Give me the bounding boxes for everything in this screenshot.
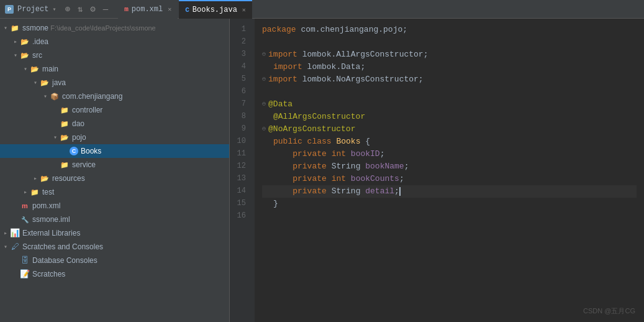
fold-9[interactable]: ⊖	[262, 124, 266, 134]
main-label: main	[42, 65, 58, 73]
tree-item-controller[interactable]: 📁 controller	[0, 103, 229, 117]
tree-item-java[interactable]: 📂 java	[0, 76, 229, 90]
project-dropdown-icon[interactable]: ▾	[52, 6, 56, 13]
code-editor[interactable]: 1 2 3 4 5 6 7 8 9 10 11 12 13 14 15 16 p…	[230, 19, 644, 322]
pojo-icon: 📂	[60, 132, 70, 142]
iml-label: ssmone.iml	[32, 215, 70, 224]
ln-12: 12	[230, 160, 250, 173]
db-consoles-label: Database Consoles	[32, 256, 98, 265]
nav-icon-1: ⊕	[65, 4, 70, 14]
annotation-allargs: @AllArgsConstructor	[273, 111, 365, 124]
ln-10: 10	[230, 136, 250, 148]
extlib-icon: 📊	[10, 228, 20, 238]
arrow-java	[31, 79, 40, 86]
field-bookcounts: bookCounts	[351, 173, 399, 186]
main-folder-icon: 📂	[30, 64, 40, 74]
ln-7: 7	[230, 98, 250, 111]
code-line-13: private int bookCounts;	[262, 173, 637, 185]
code-line-11: private int bookID;	[262, 148, 637, 160]
kw-private-2: private	[293, 160, 331, 173]
java-label: java	[52, 78, 66, 87]
nav-icon-2: ⇅	[78, 4, 83, 14]
type-string-2: String	[332, 185, 366, 198]
tab-books-close[interactable]: ✕	[242, 6, 246, 14]
kw-private-4: private	[293, 185, 331, 198]
test-label: test	[42, 188, 54, 196]
books-class-icon: C	[70, 147, 78, 155]
import-1: lombok.AllArgsConstructor;	[302, 48, 429, 62]
arrow-test	[21, 188, 30, 196]
arrow-resources	[31, 175, 40, 182]
brace-open: {	[365, 136, 370, 149]
kw-public: public	[273, 136, 307, 149]
pkg-name: com.chenjiangang.pojo;	[301, 24, 407, 37]
ln-14: 14	[230, 185, 250, 198]
ln-9: 9	[230, 123, 250, 136]
field-bookid: bookID	[351, 148, 380, 161]
arrow-idea	[11, 38, 20, 45]
controller-icon: 📁	[60, 105, 70, 115]
fold-3[interactable]: ⊖	[262, 50, 266, 60]
kw-private-3: private	[293, 173, 331, 186]
tab-books-label: Books.java	[193, 6, 237, 14]
tree-item-pom[interactable]: m pom.xml	[0, 199, 229, 213]
line-numbers: 1 2 3 4 5 6 7 8 9 10 11 12 13 14 15 16	[230, 19, 255, 322]
com-package-icon: 📦	[50, 91, 60, 101]
tree-item-db-consoles[interactable]: 🗄 Database Consoles	[0, 254, 229, 267]
indent-11	[273, 148, 293, 161]
pom-file-icon: m	[20, 201, 30, 211]
tab-books[interactable]: C Books.java ✕	[179, 0, 252, 19]
java-folder-icon: 📂	[40, 78, 50, 88]
indent-13	[273, 173, 293, 186]
code-line-14: private String detail;	[262, 185, 637, 198]
arrow-ssmone	[1, 24, 10, 32]
arrow-extlib	[1, 229, 10, 237]
tree-item-com[interactable]: 📦 com.chenjiangang	[0, 90, 229, 103]
books-label: Books	[81, 147, 101, 155]
code-content[interactable]: package com.chenjiangang.pojo; ⊖ import …	[255, 19, 644, 322]
kw-import-1: import	[268, 48, 302, 62]
dao-label: dao	[72, 119, 84, 128]
tree-item-pojo[interactable]: 📂 pojo	[0, 131, 229, 144]
ln-11: 11	[230, 148, 250, 160]
tree-item-ssmone[interactable]: 📁 ssmone F:\idea_code\IdeaProjects\ssmon…	[0, 21, 229, 35]
kw-import-3: import	[268, 73, 302, 86]
tree-item-extlib[interactable]: 📊 External Libraries	[0, 226, 229, 240]
ln-1: 1	[230, 24, 250, 36]
tree-item-idea[interactable]: 📂 .idea	[0, 35, 229, 48]
tree-item-test[interactable]: 📁 test	[0, 185, 229, 199]
scratches-icon: 📝	[20, 269, 30, 279]
ln-6: 6	[230, 86, 250, 98]
tree-item-iml[interactable]: 🔧 ssmone.iml	[0, 213, 229, 226]
controller-label: controller	[72, 106, 102, 114]
service-label: service	[72, 160, 96, 169]
ln-8: 8	[230, 111, 250, 123]
code-line-4: import lombok.Data;	[262, 61, 637, 73]
tree-item-resources[interactable]: 📂 resources	[0, 172, 229, 185]
tab-pom[interactable]: m pom.xml ✕	[118, 0, 178, 19]
db-consoles-icon: 🗄	[20, 255, 30, 265]
tab-pom-close[interactable]: ✕	[168, 6, 171, 13]
tree-item-main[interactable]: 📂 main	[0, 62, 229, 76]
tree-item-scratches-consoles[interactable]: 🖊 Scratches and Consoles	[0, 240, 229, 254]
main-area: 📁 ssmone F:\idea_code\IdeaProjects\ssmon…	[0, 19, 644, 322]
tree-item-src[interactable]: 📂 src	[0, 48, 229, 62]
annotation-data: @Data	[268, 98, 293, 111]
class-books: Books	[336, 136, 365, 149]
tree-item-dao[interactable]: 📁 dao	[0, 117, 229, 131]
fold-5[interactable]: ⊖	[262, 75, 266, 85]
type-int-2: int	[332, 173, 351, 186]
kw-class: class	[307, 136, 337, 149]
tree-item-scratches[interactable]: 📝 Scratches	[0, 267, 229, 281]
ln-2: 2	[230, 36, 250, 48]
tree-item-service[interactable]: 📁 service	[0, 158, 229, 172]
resources-label: resources	[52, 174, 85, 183]
code-line-9: ⊖ @NoArgsConstructor	[262, 123, 637, 136]
fold-7[interactable]: ⊖	[262, 99, 266, 109]
books-icon: C	[185, 6, 189, 14]
project-label: P Project ▾ ⊕ ⇅ ⚙ —	[5, 4, 108, 14]
arrow-src	[11, 52, 20, 59]
code-line-10: public class Books {	[262, 136, 637, 148]
kw-package: package	[262, 24, 301, 37]
tree-item-books[interactable]: C Books	[0, 144, 229, 158]
